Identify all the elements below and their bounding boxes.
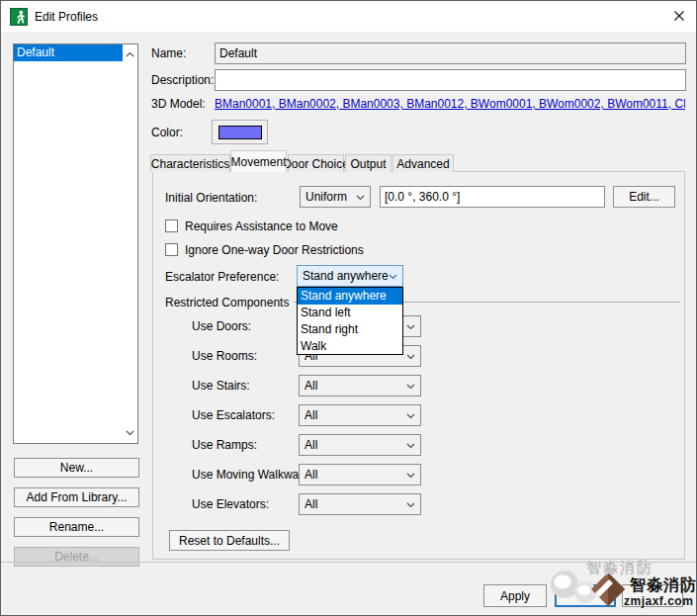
- use-moving-walkways-combo[interactable]: All: [299, 464, 421, 485]
- footer-divider: [1, 562, 696, 563]
- edit-profiles-dialog: Edit Profiles Default New... Add From Li…: [0, 0, 697, 616]
- use-stairs-combo[interactable]: All: [299, 375, 421, 396]
- pathfinder-app-icon: [10, 8, 28, 26]
- title-bar: Edit Profiles: [1, 1, 696, 32]
- requires-assistance-checkbox[interactable]: [165, 220, 178, 232]
- reset-to-defaults-button[interactable]: Reset to Defaults...: [169, 530, 290, 551]
- use-ramps-label: Use Ramps:: [192, 438, 257, 452]
- ok-button[interactable]: [555, 584, 616, 607]
- model-label: 3D Model:: [151, 97, 206, 111]
- name-label: Name:: [151, 46, 186, 60]
- chevron-down-icon: [356, 190, 365, 204]
- tab-advanced[interactable]: Advanced: [392, 154, 454, 172]
- chevron-down-icon: [406, 349, 415, 363]
- list-item-default[interactable]: Default: [14, 44, 123, 61]
- chevron-down-icon: [406, 408, 415, 422]
- scroll-up-icon[interactable]: [123, 47, 137, 61]
- escalator-preference-dropdown[interactable]: Stand anywhere Stand left Stand right Wa…: [297, 287, 403, 355]
- close-button[interactable]: [661, 1, 696, 32]
- chevron-down-icon: [406, 438, 415, 452]
- chevron-down-icon: [406, 468, 415, 482]
- chevron-down-icon: [389, 269, 397, 283]
- use-stairs-label: Use Stairs:: [192, 379, 250, 393]
- requires-assistance-label: Requires Assistance to Move: [185, 220, 338, 233]
- restricted-components-label: Restricted Components: [165, 296, 289, 309]
- color-swatch-button[interactable]: [212, 120, 268, 144]
- add-from-library-button[interactable]: Add From Library...: [14, 487, 139, 507]
- description-label: Description:: [151, 73, 214, 87]
- ignore-one-way-label: Ignore One-way Door Restrictions: [185, 243, 364, 257]
- tab-characteristics[interactable]: Characteristics: [150, 154, 230, 172]
- ignore-one-way-checkbox[interactable]: [165, 243, 178, 256]
- new-button[interactable]: New...: [14, 458, 139, 478]
- dropdown-option-stand-anywhere[interactable]: Stand anywhere: [298, 288, 402, 305]
- description-field[interactable]: [215, 69, 686, 91]
- use-escalators-combo[interactable]: All: [299, 404, 421, 426]
- chevron-down-icon: [406, 379, 415, 393]
- use-moving-walkways-label: Use Moving Walkways:: [192, 468, 314, 482]
- profiles-list[interactable]: Default: [13, 44, 138, 444]
- cancel-button[interactable]: [622, 584, 683, 607]
- use-elevators-label: Use Elevators:: [192, 497, 269, 511]
- rename-button[interactable]: Rename...: [14, 517, 139, 537]
- escalator-preference-label: Escalator Preference:: [165, 270, 279, 284]
- dropdown-option-stand-left[interactable]: Stand left: [298, 305, 402, 321]
- chevron-down-icon: [406, 497, 415, 511]
- edit-orientation-button[interactable]: Edit...: [613, 186, 675, 208]
- tab-output[interactable]: Output: [345, 154, 392, 172]
- use-ramps-combo[interactable]: All: [299, 434, 421, 456]
- color-swatch-fill: [218, 126, 262, 139]
- chevron-down-icon: [406, 319, 415, 333]
- use-rooms-label: Use Rooms:: [192, 349, 257, 363]
- color-label: Color:: [151, 126, 183, 139]
- dropdown-option-walk[interactable]: Walk: [298, 338, 402, 355]
- dropdown-option-stand-right[interactable]: Stand right: [298, 321, 402, 338]
- use-doors-label: Use Doors:: [192, 319, 251, 333]
- scroll-down-icon[interactable]: [123, 426, 137, 440]
- tab-door-choice[interactable]: Door Choice: [288, 154, 344, 172]
- orientation-range-field[interactable]: [0.0 °, 360.0 °]: [380, 186, 605, 208]
- use-elevators-combo[interactable]: All: [299, 493, 421, 515]
- delete-button: Delete...: [14, 547, 139, 567]
- use-escalators-label: Use Escalators:: [192, 408, 275, 422]
- apply-button[interactable]: Apply: [483, 584, 547, 607]
- model-link[interactable]: BMan0001, BMan0002, BMan0003, BMan0012, …: [215, 97, 685, 111]
- escalator-preference-combo[interactable]: Stand anywhere: [297, 265, 403, 287]
- orientation-distribution-combo[interactable]: Uniform: [300, 186, 371, 208]
- window-title: Edit Profiles: [35, 10, 98, 24]
- name-field[interactable]: Default: [215, 43, 686, 64]
- tab-movement[interactable]: Movement: [230, 150, 287, 172]
- close-icon: [673, 8, 685, 26]
- initial-orientation-label: Initial Orientation:: [165, 191, 257, 205]
